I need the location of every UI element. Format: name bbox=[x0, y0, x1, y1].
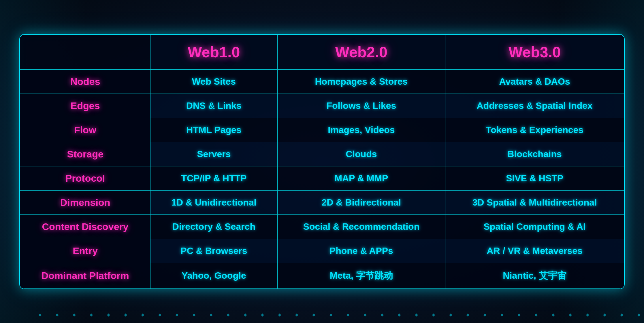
table-row: StorageServersCloudsBlockchains bbox=[20, 142, 624, 166]
header-col1: Web1.0 bbox=[150, 35, 277, 69]
header-col2: Web2.0 bbox=[277, 35, 445, 69]
cell-web2-row3: Clouds bbox=[277, 142, 445, 166]
row-label-dimension: Dimension bbox=[20, 190, 150, 214]
cell-web2-row8: Meta, 字节跳动 bbox=[277, 263, 445, 288]
cell-web1-row1: DNS & Links bbox=[150, 94, 277, 118]
table-row: Content DiscoveryDirectory & SearchSocia… bbox=[20, 214, 624, 239]
ticker-text: ◆ ◆ ◆ ◆ ◆ ◆ ◆ ◆ ◆ ◆ ◆ ◆ ◆ ◆ ◆ ◆ ◆ ◆ ◆ ◆ … bbox=[0, 311, 644, 318]
table-row: FlowHTML PagesImages, VideosTokens & Exp… bbox=[20, 118, 624, 142]
cell-web1-row2: HTML Pages bbox=[150, 118, 277, 142]
cell-web3-row5: 3D Spatial & Multidirectional bbox=[445, 190, 624, 214]
cell-web3-row6: Spatial Computing & AI bbox=[445, 214, 624, 239]
cell-web1-row4: TCP/IP & HTTP bbox=[150, 166, 277, 190]
cell-web3-row4: SIVE & HSTP bbox=[445, 166, 624, 190]
header-col0 bbox=[20, 35, 150, 69]
cell-web3-row3: Blockchains bbox=[445, 142, 624, 166]
table-row: Dimension1D & Unidirectional2D & Bidirec… bbox=[20, 190, 624, 214]
cell-web2-row6: Social & Recommendation bbox=[277, 214, 445, 239]
row-label-flow: Flow bbox=[20, 118, 150, 142]
cell-web1-row5: 1D & Unidirectional bbox=[150, 190, 277, 214]
cell-web2-row7: Phone & APPs bbox=[277, 239, 445, 263]
background: Web1.0 Web2.0 Web3.0 NodesWeb SitesHomep… bbox=[0, 0, 644, 323]
table-row: EntryPC & BrowsersPhone & APPsAR / VR & … bbox=[20, 239, 624, 263]
header-row: Web1.0 Web2.0 Web3.0 bbox=[20, 35, 624, 69]
cell-web2-row0: Homepages & Stores bbox=[277, 69, 445, 94]
cell-web3-row1: Addresses & Spatial Index bbox=[445, 94, 624, 118]
row-label-dominant-platform: Dominant Platform bbox=[20, 263, 150, 288]
row-label-entry: Entry bbox=[20, 239, 150, 263]
cell-web1-row7: PC & Browsers bbox=[150, 239, 277, 263]
table-row: EdgesDNS & LinksFollows & LikesAddresses… bbox=[20, 94, 624, 118]
row-label-protocol: Protocol bbox=[20, 166, 150, 190]
ticker-bar: ◆ ◆ ◆ ◆ ◆ ◆ ◆ ◆ ◆ ◆ ◆ ◆ ◆ ◆ ◆ ◆ ◆ ◆ ◆ ◆ … bbox=[0, 309, 644, 320]
cell-web2-row2: Images, Videos bbox=[277, 118, 445, 142]
cell-web1-row6: Directory & Search bbox=[150, 214, 277, 239]
row-label-storage: Storage bbox=[20, 142, 150, 166]
row-label-content-discovery: Content Discovery bbox=[20, 214, 150, 239]
cell-web3-row2: Tokens & Experiences bbox=[445, 118, 624, 142]
cell-web3-row8: Niantic, 艾宇宙 bbox=[445, 263, 624, 288]
cell-web2-row5: 2D & Bidirectional bbox=[277, 190, 445, 214]
web-comparison-table: Web1.0 Web2.0 Web3.0 NodesWeb SitesHomep… bbox=[20, 35, 624, 289]
table-row: ProtocolTCP/IP & HTTPMAP & MMPSIVE & HST… bbox=[20, 166, 624, 190]
cell-web3-row7: AR / VR & Metaverses bbox=[445, 239, 624, 263]
cell-web2-row1: Follows & Likes bbox=[277, 94, 445, 118]
cell-web3-row0: Avatars & DAOs bbox=[445, 69, 624, 94]
cell-web1-row0: Web Sites bbox=[150, 69, 277, 94]
cell-web2-row4: MAP & MMP bbox=[277, 166, 445, 190]
row-label-nodes: Nodes bbox=[20, 69, 150, 94]
header-col3: Web3.0 bbox=[445, 35, 624, 69]
row-label-edges: Edges bbox=[20, 94, 150, 118]
comparison-table-wrapper: Web1.0 Web2.0 Web3.0 NodesWeb SitesHomep… bbox=[19, 34, 625, 289]
table-row: Dominant PlatformYahoo, GoogleMeta, 字节跳动… bbox=[20, 263, 624, 288]
cell-web1-row3: Servers bbox=[150, 142, 277, 166]
cell-web1-row8: Yahoo, Google bbox=[150, 263, 277, 288]
table-row: NodesWeb SitesHomepages & StoresAvatars … bbox=[20, 69, 624, 94]
